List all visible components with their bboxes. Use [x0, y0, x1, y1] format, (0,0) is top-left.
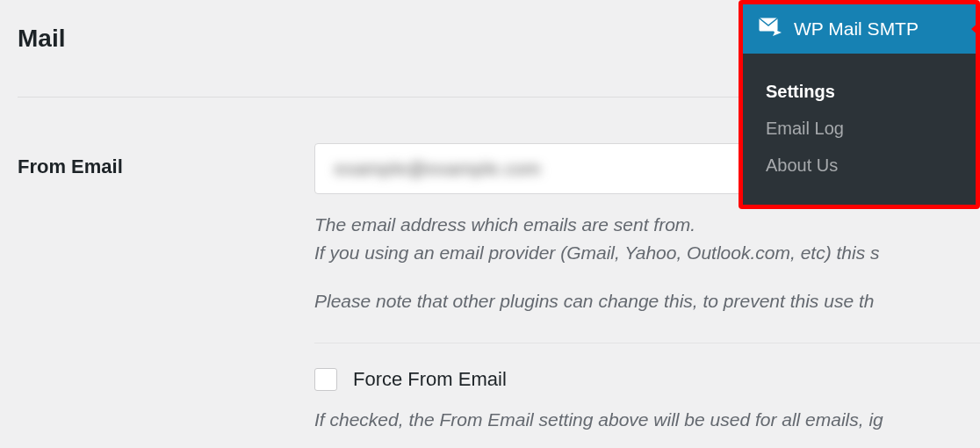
caret-left-icon: [971, 21, 980, 37]
from-email-value: example@example.com: [335, 158, 541, 179]
menu-item-email-log[interactable]: Email Log: [766, 110, 953, 147]
force-from-email-label: Force From Email: [353, 368, 507, 391]
menu-item-about-us[interactable]: About Us: [766, 147, 953, 184]
menu-item-settings[interactable]: Settings: [766, 73, 953, 110]
force-from-email-help: If checked, the From Email setting above…: [314, 407, 980, 433]
wp-mail-smtp-menu: WP Mail SMTP Settings Email Log About Us: [739, 0, 980, 209]
force-from-email-checkbox[interactable]: [314, 368, 337, 391]
from-email-help-2: If you using an email provider (Gmail, Y…: [314, 240, 980, 266]
wp-mail-smtp-menu-header[interactable]: WP Mail SMTP: [743, 4, 976, 54]
from-email-help-1: The email address which emails are sent …: [314, 212, 980, 238]
from-email-help-3: Please note that other plugins can chang…: [314, 288, 980, 314]
wp-mail-smtp-title: WP Mail SMTP: [794, 18, 919, 40]
from-email-label: From Email: [18, 143, 314, 178]
mail-send-icon: [759, 18, 782, 40]
